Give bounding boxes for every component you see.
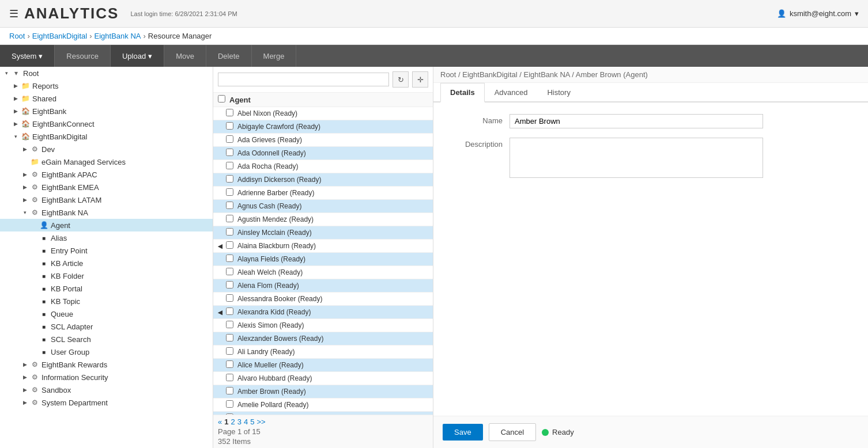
row-checkbox-3[interactable] bbox=[226, 149, 237, 158]
hamburger-icon[interactable]: ☰ bbox=[9, 7, 18, 20]
tree-item-kbarticle[interactable]: ■ KB Article bbox=[0, 257, 213, 269]
tree-item-queue[interactable]: ■ Queue bbox=[0, 307, 213, 320]
tree-item-apac[interactable]: ▶ ⚙ EightBank APAC bbox=[0, 168, 213, 181]
list-item[interactable]: Ali Landry (Ready) bbox=[213, 346, 433, 359]
cancel-button[interactable]: Cancel bbox=[489, 423, 536, 441]
row-checkbox-16[interactable] bbox=[226, 321, 237, 330]
tree-item-usergroup[interactable]: ■ User Group bbox=[0, 346, 213, 358]
upload-button[interactable]: Upload ▾ bbox=[111, 45, 164, 67]
list-item[interactable]: Alice Mueller (Ready) bbox=[213, 359, 433, 372]
tree-item-sclsearch[interactable]: ■ SCL Search bbox=[0, 333, 213, 346]
list-item[interactable]: Alena Flom (Ready) bbox=[213, 279, 433, 293]
move-button[interactable]: Move bbox=[164, 45, 206, 67]
list-item[interactable]: Abigayle Crawford (Ready) bbox=[213, 120, 433, 134]
tree-item-na[interactable]: ▾ ⚙ EightBank NA bbox=[0, 206, 213, 219]
list-item[interactable]: Ainsley Mcclain (Ready) bbox=[213, 226, 433, 240]
tree-item-eightbankdigital[interactable]: ▾ 🏠 EightBankDigital bbox=[0, 130, 213, 143]
description-textarea[interactable] bbox=[510, 138, 763, 178]
name-input[interactable] bbox=[510, 114, 763, 128]
row-checkbox-4[interactable] bbox=[226, 162, 237, 171]
pagination-next[interactable]: >> bbox=[256, 417, 265, 426]
list-item[interactable]: Alayna Fields (Ready) bbox=[213, 253, 433, 266]
list-item[interactable]: Alvaro Hubbard (Ready) bbox=[213, 372, 433, 385]
list-item[interactable]: Aleah Welch (Ready) bbox=[213, 266, 433, 279]
row-checkbox-9[interactable] bbox=[226, 228, 237, 237]
breadcrumb-eightbankdigital[interactable]: EightBankDigital bbox=[32, 32, 87, 40]
tree-item-scladapter[interactable]: ■ SCL Adapter bbox=[0, 320, 213, 333]
list-item[interactable]: ◀ Alexandra Kidd (Ready) bbox=[213, 306, 433, 319]
row-checkbox-17[interactable] bbox=[226, 334, 237, 343]
list-item[interactable]: Adrienne Barber (Ready) bbox=[213, 187, 433, 200]
row-checkbox-13[interactable] bbox=[226, 281, 237, 290]
merge-button[interactable]: Merge bbox=[252, 45, 297, 67]
list-item[interactable]: Ada Rocha (Ready) bbox=[213, 160, 433, 173]
tab-details[interactable]: Details bbox=[440, 83, 485, 102]
tab-advanced[interactable]: Advanced bbox=[485, 83, 538, 102]
tree-item-shared[interactable]: ▶ 📁 Shared bbox=[0, 92, 213, 105]
refresh-button[interactable]: ↻ bbox=[393, 71, 409, 88]
row-checkbox-11[interactable] bbox=[226, 255, 237, 264]
tree-item-eightbankconnect[interactable]: ▶ 🏠 EightBankConnect bbox=[0, 117, 213, 130]
row-checkbox-18[interactable] bbox=[226, 347, 237, 356]
row-checkbox-0[interactable] bbox=[226, 109, 237, 118]
row-checkbox-12[interactable] bbox=[226, 268, 237, 277]
row-checkbox-15[interactable] bbox=[226, 307, 237, 317]
pagination-page-4[interactable]: 4 bbox=[244, 417, 248, 426]
add-button[interactable]: ✛ bbox=[412, 71, 428, 88]
tree-item-dev[interactable]: ▶ ⚙ Dev bbox=[0, 143, 213, 155]
tree-item-latam[interactable]: ▶ ⚙ EightBank LATAM bbox=[0, 193, 213, 206]
tree-item-kbportal[interactable]: ■ KB Portal bbox=[0, 282, 213, 295]
tree-item-sandbox[interactable]: ▶ ⚙ Sandbox bbox=[0, 384, 213, 396]
list-item[interactable]: Abel Nixon (Ready) bbox=[213, 107, 433, 120]
list-item[interactable]: Amber Brown (Ready) bbox=[213, 385, 433, 398]
list-item[interactable]: Agnus Cash (Ready) bbox=[213, 200, 433, 213]
pagination-page-2[interactable]: 2 bbox=[231, 417, 235, 426]
pagination-page-5[interactable]: 5 bbox=[250, 417, 254, 426]
row-checkbox-6[interactable] bbox=[226, 188, 237, 198]
tree-item-kbfolder[interactable]: ■ KB Folder bbox=[0, 269, 213, 282]
tree-item-sysdept[interactable]: ▶ ⚙ System Department bbox=[0, 396, 213, 409]
user-menu[interactable]: 👤 ksmith@eight.com ▾ bbox=[777, 9, 859, 18]
tree-item-infosec[interactable]: ▶ ⚙ Information Security bbox=[0, 371, 213, 384]
list-item[interactable]: Amelie Pollard (Ready) bbox=[213, 398, 433, 412]
row-checkbox-1[interactable] bbox=[226, 122, 237, 131]
row-checkbox-10[interactable] bbox=[226, 241, 237, 250]
tree-item-reports[interactable]: ▶ 📁 Reports bbox=[0, 79, 213, 92]
save-button[interactable]: Save bbox=[443, 424, 483, 441]
list-item[interactable]: Addisyn Dickerson (Ready) bbox=[213, 173, 433, 187]
tree-item-alias[interactable]: ■ Alias bbox=[0, 231, 213, 244]
row-checkbox-5[interactable] bbox=[226, 175, 237, 184]
tree-item-rewards[interactable]: ▶ ⚙ EightBank Rewards bbox=[0, 358, 213, 371]
tree-item-kbtopic[interactable]: ■ KB Topic bbox=[0, 295, 213, 307]
pagination-prev[interactable]: « bbox=[218, 417, 222, 426]
search-input[interactable] bbox=[218, 73, 389, 86]
row-checkbox-22[interactable] bbox=[226, 400, 237, 409]
list-item[interactable]: Alexzander Bowers (Ready) bbox=[213, 332, 433, 346]
tree-item-agent[interactable]: 👤 Agent bbox=[0, 219, 213, 231]
list-item[interactable]: Ada Odonnell (Ready) bbox=[213, 147, 433, 160]
tree-item-root[interactable]: ▾ ▾ Root bbox=[0, 67, 213, 79]
select-all-checkbox[interactable] bbox=[218, 95, 225, 102]
tree-item-emea[interactable]: ▶ ⚙ EightBank EMEA bbox=[0, 181, 213, 193]
row-checkbox-8[interactable] bbox=[226, 215, 237, 224]
row-checkbox-7[interactable] bbox=[226, 202, 237, 211]
row-checkbox-14[interactable] bbox=[226, 294, 237, 303]
breadcrumb-eightbankna[interactable]: EightBank NA bbox=[95, 32, 141, 40]
tab-history[interactable]: History bbox=[537, 83, 580, 102]
list-item[interactable]: Alessandra Booker (Ready) bbox=[213, 293, 433, 306]
delete-button[interactable]: Delete bbox=[206, 45, 252, 67]
list-item[interactable]: ◀ Alaina Blackburn (Ready) bbox=[213, 240, 433, 253]
breadcrumb-root[interactable]: Root bbox=[9, 32, 25, 40]
tree-item-entrypoint[interactable]: ■ Entry Point bbox=[0, 244, 213, 257]
list-item[interactable]: Ada Grieves (Ready) bbox=[213, 134, 433, 147]
row-checkbox-2[interactable] bbox=[226, 135, 237, 145]
list-header-checkbox[interactable] bbox=[218, 95, 229, 104]
resource-button[interactable]: Resource bbox=[55, 45, 111, 67]
pagination-page-1[interactable]: 1 bbox=[224, 417, 228, 426]
pagination-page-3[interactable]: 3 bbox=[237, 417, 241, 426]
tree-item-eightbank[interactable]: ▶ 🏠 EightBank bbox=[0, 105, 213, 117]
tree-item-egain[interactable]: 📁 eGain Managed Services bbox=[0, 155, 213, 168]
row-checkbox-19[interactable] bbox=[226, 360, 237, 370]
row-checkbox-20[interactable] bbox=[226, 374, 237, 383]
row-checkbox-21[interactable] bbox=[226, 387, 237, 396]
